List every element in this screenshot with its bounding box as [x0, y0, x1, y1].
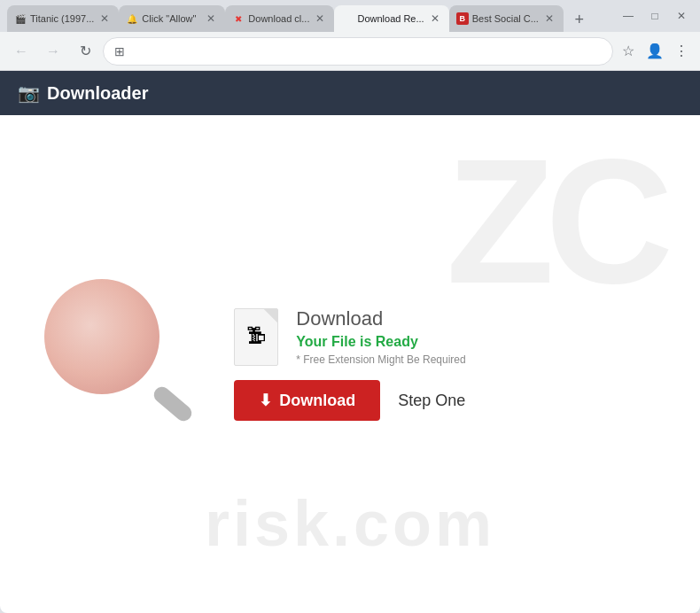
toolbar: ← → ↻ ⊞ ☆ 👤 ⋮ — [0, 32, 700, 71]
file-body: 🗜 — [234, 308, 278, 366]
card-row: 🗜 Download Your File is Ready * Free Ext… — [234, 307, 465, 366]
tab-favicon-download-cl: ✖ — [232, 12, 245, 25]
download-button[interactable]: ⬇ Download — [234, 380, 380, 421]
address-bar[interactable]: ⊞ — [103, 37, 613, 66]
maximize-button[interactable]: □ — [643, 4, 666, 27]
back-button[interactable]: ← — [7, 37, 35, 66]
tab-favicon-download-re — [341, 12, 354, 25]
refresh-button[interactable]: ↻ — [71, 37, 99, 66]
tab-close-allow[interactable]: ✕ — [204, 12, 218, 26]
new-tab-button[interactable]: + — [567, 7, 592, 32]
menu-icon[interactable]: ⋮ — [670, 40, 693, 63]
download-subtitle: Your File is Ready — [296, 334, 465, 350]
tab-favicon-allow: 🔔 — [126, 12, 138, 25]
minimize-button[interactable]: — — [617, 4, 640, 27]
tab-favicon-titanic: 🎬 — [14, 12, 27, 25]
tab-close-download-cl[interactable]: ✕ — [313, 12, 327, 26]
forward-button[interactable]: → — [39, 37, 67, 66]
tab-close-titanic[interactable]: ✕ — [97, 12, 112, 26]
tab-download-cl[interactable]: ✖ Download cl... ✕ — [225, 5, 334, 32]
action-row: ⬇ Download Step One — [234, 380, 465, 421]
tab-title-titanic: Titanic (1997... — [30, 13, 94, 24]
file-corner — [263, 309, 277, 323]
tab-titanic[interactable]: 🎬 Titanic (1997... ✕ — [7, 5, 119, 32]
app-header: 📷 Downloader — [0, 71, 700, 115]
tab-download-re[interactable]: Download Re... ✕ — [334, 5, 448, 32]
profile-icon[interactable]: 👤 — [643, 40, 666, 63]
window-controls: — □ ✕ — [617, 4, 693, 27]
tab-title-allow: Click "Allow" — [142, 13, 200, 24]
download-note: * Free Extension Might Be Required — [296, 353, 465, 366]
toolbar-actions: ☆ 👤 ⋮ — [617, 40, 693, 63]
tab-title-download-cl: Download cl... — [248, 13, 309, 24]
close-button[interactable]: ✕ — [670, 4, 693, 27]
zip-icon: 🗜 — [246, 325, 266, 348]
tab-close-best-social[interactable]: ✕ — [542, 12, 556, 26]
magnifier-area — [44, 279, 186, 421]
tab-favicon-best-social: B — [456, 12, 469, 25]
url-input[interactable] — [132, 44, 602, 58]
main-area: ZC risk.com 🗜 — [0, 115, 700, 613]
magnifier-circle — [44, 279, 159, 394]
download-card: 🗜 Download Your File is Ready * Free Ext… — [207, 290, 492, 438]
site-settings-icon: ⊞ — [114, 44, 125, 58]
download-btn-icon: ⬇ — [259, 391, 272, 410]
tab-close-download-re[interactable]: ✕ — [428, 12, 442, 26]
tab-allow[interactable]: 🔔 Click "Allow" ✕ — [119, 5, 225, 32]
download-info: Download Your File is Ready * Free Exten… — [296, 307, 465, 366]
tab-title-download-re: Download Re... — [357, 13, 424, 24]
file-icon: 🗜 — [234, 308, 278, 366]
magnifier-handle — [151, 384, 195, 424]
app-title: Downloader — [47, 83, 148, 104]
app-header-title: 📷 Downloader — [18, 82, 148, 104]
tab-best-social[interactable]: B Best Social C... ✕ — [449, 5, 564, 32]
browser-window: 🎬 Titanic (1997... ✕ 🔔 Click "Allow" ✕ ✖… — [0, 0, 700, 613]
tab-strip: 🎬 Titanic (1997... ✕ 🔔 Click "Allow" ✕ ✖… — [7, 0, 610, 32]
tab-title-best-social: Best Social C... — [472, 13, 539, 24]
camera-icon: 📷 — [18, 82, 40, 104]
watermark-letters: ZC — [446, 133, 665, 310]
page-content: 📷 Downloader ZC risk.com — [0, 71, 700, 613]
download-title: Download — [296, 307, 465, 330]
magnifier-icon — [44, 279, 186, 421]
bookmark-icon[interactable]: ☆ — [617, 40, 640, 63]
watermark-text: risk.com — [205, 487, 495, 560]
step-label: Step One — [398, 392, 465, 410]
download-btn-label: Download — [279, 392, 355, 410]
title-bar: 🎬 Titanic (1997... ✕ 🔔 Click "Allow" ✕ ✖… — [0, 0, 700, 32]
